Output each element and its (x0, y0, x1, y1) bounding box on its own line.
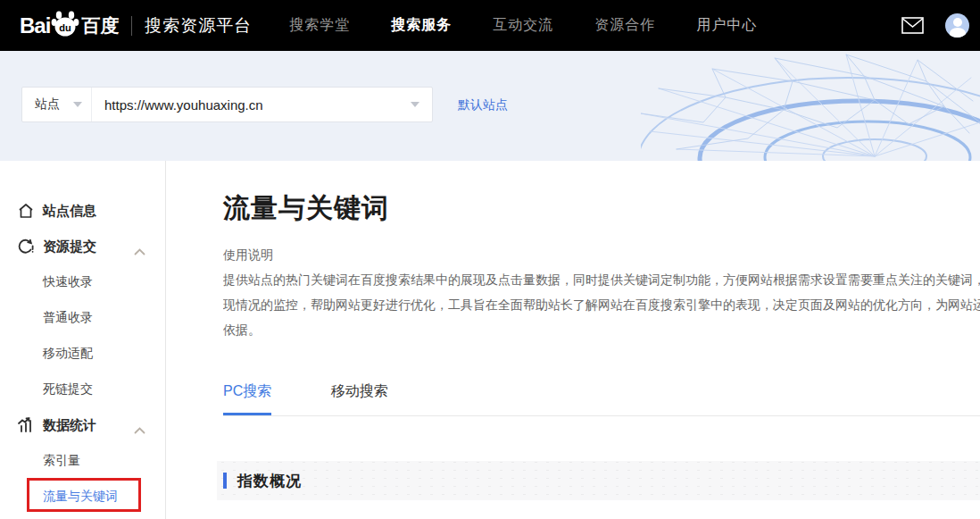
description-line: 提供站点的热门关键词在百度搜索结果中的展现及点击量数据，同时提供关键词定制功能，… (223, 267, 980, 292)
avatar-head-glyph (953, 18, 962, 27)
description-line: 现情况的监控，帮助网站更好进行优化，工具旨在全面帮助站长了解网站在百度搜索引擎中… (223, 292, 980, 317)
section-accent-bar (223, 473, 227, 489)
sidebar-item-label: 快速收录 (43, 274, 93, 290)
baidu-paw-icon: du (51, 9, 79, 38)
home-icon (17, 202, 35, 220)
sidebar-item-resource-submit[interactable]: 资源提交 (0, 229, 165, 264)
platform-name: 搜索资源平台 (145, 14, 252, 38)
tab-mobile-search[interactable]: 移动搜索 (331, 382, 388, 415)
nav-item-resource-coop[interactable]: 资源合作 (594, 16, 655, 35)
globe-wireframe-graphic (641, 51, 980, 161)
baidu-brand[interactable]: Bai du 百度 搜索资源平台 (20, 9, 252, 43)
chevron-up-icon[interactable] (134, 422, 145, 438)
user-avatar[interactable] (945, 13, 969, 38)
sidebar-item-fast-index[interactable]: 快速收录 (0, 264, 165, 300)
sidebar-item-label: 数据统计 (43, 417, 96, 434)
site-banner: 站点 https://www.youhuaxing.cn 默认站点 (0, 51, 980, 161)
nav-item-interaction[interactable]: 互动交流 (493, 16, 553, 35)
site-type-label: 站点 (35, 96, 60, 113)
sidebar-item-label: 资源提交 (43, 239, 96, 255)
index-overview-section-header: 指数概况 (217, 461, 980, 500)
site-type-dropdown[interactable]: 站点 (22, 88, 92, 121)
chevron-down-icon (73, 102, 82, 107)
top-nav-items: 搜索学堂 搜索服务 互动交流 资源合作 用户中心 (289, 16, 798, 35)
chevron-up-icon[interactable] (134, 243, 145, 259)
sidebar-item-label: 移动适配 (43, 346, 93, 362)
chevron-down-icon (411, 102, 419, 107)
usage-label: 使用说明 (223, 242, 980, 267)
avatar-body-glyph (950, 28, 966, 38)
search-type-tabs: PC搜索 移动搜索 (223, 382, 980, 416)
nav-item-search-school[interactable]: 搜索学堂 (289, 16, 350, 35)
sidebar-item-label: 普通收录 (43, 310, 93, 326)
sidebar: 站点信息 资源提交 快速收录 普通收录 移动适配 死链提交 (0, 161, 166, 519)
sidebar-item-normal-index[interactable]: 普通收录 (0, 300, 165, 336)
top-navbar: Bai du 百度 搜索资源平台 搜索学堂 搜索服务 互动交流 资源合作 用户中… (0, 0, 980, 51)
brand-divider (131, 16, 132, 36)
sidebar-item-label: 站点信息 (43, 203, 96, 220)
svg-text:du: du (60, 22, 71, 33)
sidebar-item-label: 死链提交 (43, 381, 93, 398)
tab-pc-search[interactable]: PC搜索 (223, 382, 271, 415)
site-url-value: https://www.youhuaxing.cn (104, 97, 263, 113)
sidebar-item-label: 索引量 (43, 453, 80, 469)
usage-description: 使用说明 提供站点的热门关键词在百度搜索结果中的展现及点击量数据，同时提供关键词… (223, 242, 980, 342)
sidebar-item-dead-link[interactable]: 死链提交 (0, 372, 165, 407)
sidebar-item-site-info[interactable]: 站点信息 (0, 193, 165, 229)
nav-item-search-service[interactable]: 搜索服务 (391, 16, 452, 35)
page-title: 流量与关键词 (223, 190, 980, 227)
sidebar-item-traffic-keywords[interactable]: 流量与关键词 (0, 479, 165, 515)
site-picker: 站点 https://www.youhuaxing.cn (21, 87, 433, 122)
sidebar-item-index-volume[interactable]: 索引量 (0, 443, 165, 479)
baidu-logo-text: Bai (20, 13, 50, 38)
baidu-logo-cn: 百度 (81, 13, 119, 38)
sidebar-item-mobile-adapt[interactable]: 移动适配 (0, 336, 165, 372)
sidebar-item-data-stats[interactable]: 数据统计 (0, 407, 165, 443)
sidebar-item-label: 流量与关键词 (43, 489, 118, 505)
mail-icon[interactable] (901, 17, 924, 34)
main-content: 流量与关键词 使用说明 提供站点的热门关键词在百度搜索结果中的展现及点击量数据，… (166, 161, 980, 519)
nav-item-user-center[interactable]: 用户中心 (696, 16, 757, 35)
section-title: 指数概况 (237, 471, 302, 491)
description-line: 依据。 (223, 317, 980, 342)
default-site-link[interactable]: 默认站点 (458, 97, 508, 113)
topnav-right (901, 0, 969, 51)
submit-icon (17, 238, 35, 255)
site-url-dropdown[interactable]: https://www.youhuaxing.cn (92, 88, 432, 121)
stats-icon (17, 416, 35, 434)
